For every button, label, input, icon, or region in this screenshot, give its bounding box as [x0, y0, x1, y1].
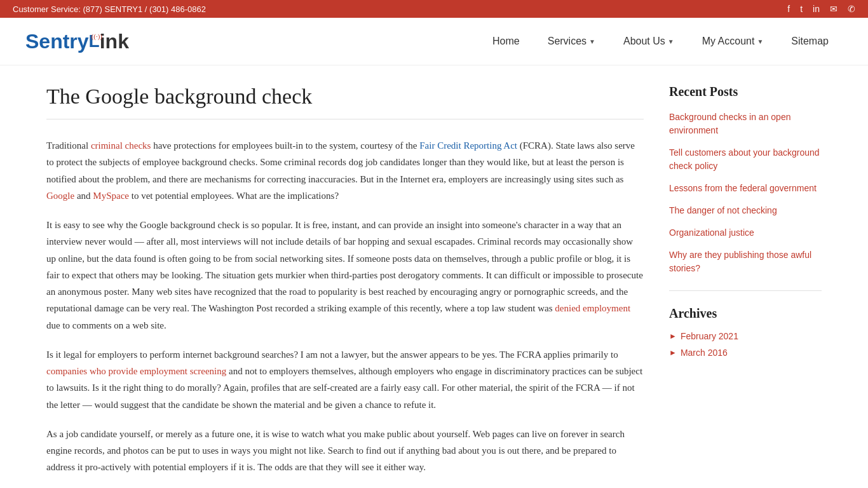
- linkedin-icon[interactable]: in: [813, 4, 820, 14]
- twitter-icon[interactable]: t: [800, 4, 803, 14]
- main-nav: Home Services ▼ About Us ▼ My Account ▼ …: [478, 29, 843, 53]
- sidebar-post-link-6[interactable]: Why are they publishing those awful stor…: [669, 248, 822, 275]
- about-arrow: ▼: [668, 38, 674, 45]
- employment-screening-link[interactable]: companies who provide employment screeni…: [46, 366, 226, 376]
- myspace-link[interactable]: MySpace: [93, 191, 129, 201]
- archive-link-2[interactable]: March 2016: [681, 348, 728, 358]
- criminal-checks-link[interactable]: criminal checks: [91, 140, 151, 151]
- sidebar-post-link-3[interactable]: Lessons from the federal government: [669, 182, 822, 195]
- nav-home[interactable]: Home: [478, 29, 534, 53]
- chevron-icon-1: ►: [669, 332, 677, 341]
- denied-employment-link[interactable]: denied employment: [555, 303, 630, 313]
- fcra-link[interactable]: Fair Credit Reporting Act: [419, 140, 517, 151]
- account-arrow: ▼: [757, 38, 763, 45]
- article: The Google background check Traditional …: [46, 85, 644, 488]
- archives-title: Archives: [669, 306, 822, 321]
- article-paragraph-2: It is easy to see why the Google backgro…: [46, 217, 644, 334]
- customer-service-text: Customer Service: (877) SENTRY1 / (301) …: [13, 4, 206, 14]
- wifi-icon: ((·)): [92, 32, 102, 40]
- header: SentryL((·))ink Home Services ▼ About Us…: [0, 18, 868, 65]
- p3-text-before: Is it legal for employers to perform int…: [46, 349, 618, 360]
- logo-link-rest: ink: [100, 30, 129, 53]
- social-icons: f t in ✉ ✆: [787, 4, 855, 14]
- email-icon[interactable]: ✉: [830, 4, 837, 14]
- article-paragraph-1: Traditional criminal checks have protect…: [46, 137, 644, 204]
- article-divider: [46, 119, 644, 119]
- phone-icon[interactable]: ✆: [848, 4, 855, 14]
- logo-wifi-container: L((·)): [89, 31, 100, 51]
- p1-text-mid1: have protections for employees built-in …: [151, 140, 419, 151]
- sidebar-post-link-5[interactable]: Organizational justice: [669, 226, 822, 240]
- article-paragraph-3: Is it legal for employers to perform int…: [46, 346, 644, 413]
- p2-text-end: due to comments on a web site.: [46, 320, 166, 330]
- archive-link-1[interactable]: February 2021: [681, 331, 738, 341]
- logo[interactable]: SentryL((·))ink: [25, 30, 129, 53]
- logo-sentry: Sentry: [25, 30, 89, 53]
- p1-text-before: Traditional: [46, 140, 91, 151]
- sidebar-post-5: Organizational justice: [669, 226, 822, 240]
- sidebar-post-link-2[interactable]: Tell customers about your background che…: [669, 146, 822, 173]
- nav-sitemap[interactable]: Sitemap: [777, 29, 843, 53]
- archive-item-1: ► February 2021: [669, 331, 822, 341]
- sidebar-post-2: Tell customers about your background che…: [669, 146, 822, 173]
- sidebar: Recent Posts Background checks in an ope…: [669, 85, 822, 488]
- article-title: The Google background check: [46, 85, 644, 109]
- sidebar-post-4: The danger of not checking: [669, 204, 822, 217]
- p1-text-mid3: and: [74, 191, 93, 201]
- archive-item-2: ► March 2016: [669, 348, 822, 358]
- chevron-icon-2: ►: [669, 348, 677, 357]
- sidebar-post-3: Lessons from the federal government: [669, 182, 822, 195]
- nav-services[interactable]: Services ▼: [534, 29, 609, 53]
- article-paragraph-4: As a job candidate yourself, or merely a…: [46, 426, 644, 476]
- sidebar-post-1: Background checks in an open environment: [669, 111, 822, 137]
- sidebar-post-link-4[interactable]: The danger of not checking: [669, 204, 822, 217]
- p2-text: It is easy to see why the Google backgro…: [46, 220, 643, 313]
- nav-about-us[interactable]: About Us ▼: [609, 29, 688, 53]
- nav-my-account[interactable]: My Account ▼: [688, 29, 778, 53]
- facebook-icon[interactable]: f: [787, 4, 790, 14]
- p1-text-end: to vet potential employees. What are the…: [129, 191, 339, 201]
- top-bar: Customer Service: (877) SENTRY1 / (301) …: [0, 0, 868, 18]
- sidebar-post-6: Why are they publishing those awful stor…: [669, 248, 822, 275]
- recent-posts-title: Recent Posts: [669, 85, 822, 99]
- google-link[interactable]: Google: [46, 191, 74, 201]
- sidebar-divider: [669, 290, 822, 291]
- services-arrow: ▼: [589, 38, 595, 45]
- main-container: The Google background check Traditional …: [21, 65, 847, 488]
- sidebar-post-link-1[interactable]: Background checks in an open environment: [669, 111, 822, 137]
